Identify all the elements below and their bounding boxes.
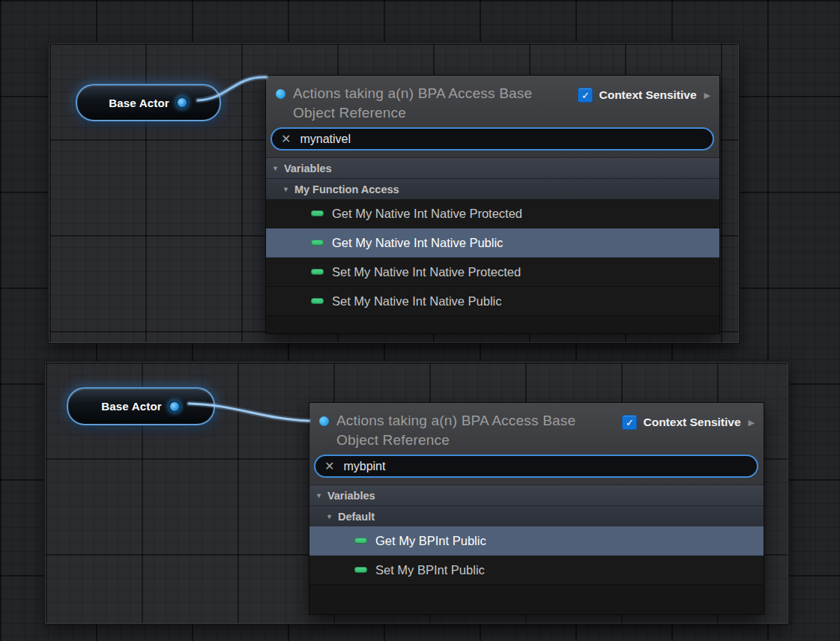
action-item-label: Get My BPInt Public [375,534,486,548]
search-box[interactable]: ✕ [314,455,758,478]
menu-title: Actions taking a(n) BPA Access Base Obje… [293,84,552,123]
category-my-function-access[interactable]: ▼ My Function Access [266,178,719,199]
variable-pill-icon [311,298,324,304]
action-item-label: Set My Native Int Native Public [332,294,502,309]
search-input[interactable] [300,133,704,146]
category-label: Variables [327,490,375,502]
context-sensitive-toggle[interactable]: ✓ Context Sensitive ▶ [578,88,710,103]
action-item-label: Set My BPInt Public [375,563,485,577]
chevron-down-icon: ▼ [315,492,322,499]
checkmark-icon: ✓ [581,91,590,100]
variable-pill-icon [354,567,367,573]
action-item[interactable]: Get My Native Int Native Public [266,228,719,258]
action-item[interactable]: Set My Native Int Native Public [266,287,719,316]
action-item[interactable]: Set My Native Int Native Protected [266,258,719,287]
blueprint-canvas: Base Actor Actions taking a(n) BPA Acces… [0,0,840,641]
action-item-label: Set My Native Int Native Protected [332,265,521,279]
variable-pill-icon [354,538,367,544]
chevron-right-icon[interactable]: ▶ [749,418,755,428]
category-label: Default [338,511,375,523]
node-label: Base Actor [101,400,162,413]
clear-search-icon[interactable]: ✕ [324,461,334,473]
checkbox-icon[interactable]: ✓ [622,415,637,430]
action-item-label: Get My Native Int Native Public [332,236,503,250]
chevron-down-icon: ▼ [326,513,333,520]
search-row: ✕ [309,453,764,484]
graph-panel-top: Base Actor Actions taking a(n) BPA Acces… [49,43,739,343]
action-list: Get My BPInt Public Set My BPInt Public [309,526,764,614]
pin-type-dot-icon [276,89,285,99]
action-item-label: Get My Native Int Native Protected [332,207,522,221]
context-sensitive-toggle[interactable]: ✓ Context Sensitive ▶ [622,415,755,430]
variable-pill-icon [311,269,324,275]
base-actor-node[interactable]: Base Actor [76,84,221,121]
category-variables[interactable]: ▼ Variables [266,157,719,178]
chevron-down-icon: ▼ [282,186,289,193]
action-item[interactable]: Get My Native Int Native Protected [266,199,719,228]
context-action-menu: Actions taking a(n) BPA Access Base Obje… [265,75,720,334]
category-variables[interactable]: ▼ Variables [309,484,764,505]
node-label: Base Actor [109,97,169,109]
menu-header: Actions taking a(n) BPA Access Base Obje… [266,76,719,126]
action-item[interactable]: Get My BPInt Public [309,526,764,556]
context-sensitive-label: Context Sensitive [599,88,696,102]
context-action-menu: Actions taking a(n) BPA Access Base Obje… [309,402,764,615]
graph-panel-bottom: Base Actor Actions taking a(n) BPA Acces… [45,362,788,624]
search-input[interactable] [343,460,748,473]
category-label: My Function Access [294,183,399,195]
checkmark-icon: ✓ [626,418,634,428]
search-row: ✕ [266,126,719,157]
menu-header: Actions taking a(n) BPA Access Base Obje… [309,403,764,453]
variable-pill-icon [311,210,324,216]
category-default[interactable]: ▼ Default [309,505,764,526]
chevron-down-icon: ▼ [272,165,279,172]
category-label: Variables [284,162,332,174]
search-box[interactable]: ✕ [271,127,714,151]
base-actor-node[interactable]: Base Actor [67,387,215,425]
action-item[interactable]: Set My BPInt Public [309,556,764,585]
object-output-pin-icon[interactable] [176,97,188,109]
clear-search-icon[interactable]: ✕ [281,133,291,145]
chevron-right-icon[interactable]: ▶ [704,91,710,100]
pin-type-dot-icon [319,416,329,426]
action-list: Get My Native Int Native Protected Get M… [266,199,719,333]
checkbox-icon[interactable]: ✓ [578,88,593,103]
variable-pill-icon [311,240,324,246]
object-output-pin-icon[interactable] [169,401,181,413]
menu-title: Actions taking a(n) BPA Access Base Obje… [336,411,595,450]
context-sensitive-label: Context Sensitive [643,416,740,429]
